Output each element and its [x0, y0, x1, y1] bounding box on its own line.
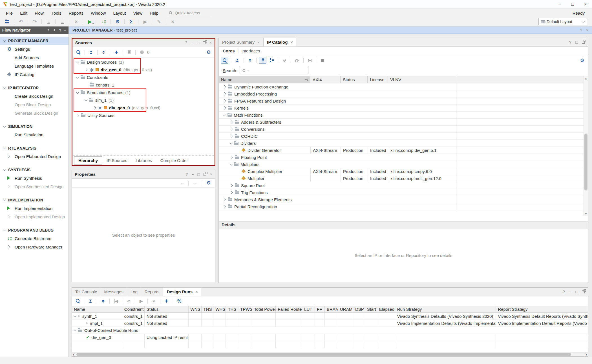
- percent-icon[interactable]: %: [176, 298, 183, 305]
- catalog-row-embedded-processing[interactable]: Embedded Processing: [219, 90, 588, 97]
- expander-closed-icon[interactable]: [229, 156, 233, 159]
- close-icon[interactable]: ×: [586, 28, 589, 32]
- cancel-icon[interactable]: ×: [169, 18, 176, 25]
- tab-messages[interactable]: Messages: [101, 287, 127, 296]
- maximize-panel-icon[interactable]: □: [575, 289, 578, 294]
- back-arrow-icon[interactable]: ←: [180, 180, 185, 186]
- menu-flow[interactable]: Flow: [31, 9, 47, 17]
- add-sources-icon[interactable]: +: [113, 49, 120, 56]
- menu-help[interactable]: Help: [146, 9, 162, 17]
- horizontal-scrollbar[interactable]: ❬ ❭: [72, 352, 588, 356]
- sidebar-item-open-hardware-manager[interactable]: Open Hardware Manager: [0, 243, 69, 251]
- help-icon[interactable]: ?: [569, 40, 571, 45]
- column-header-start[interactable]: Start: [365, 306, 377, 312]
- expander-open-icon[interactable]: [84, 98, 87, 101]
- forward-arrow-icon[interactable]: →: [192, 180, 197, 186]
- expand-all-icon[interactable]: [100, 298, 107, 305]
- close-tab-icon[interactable]: ×: [257, 40, 260, 45]
- run-row-out-of-context-module-runs[interactable]: Out-of-Context Module Runs: [72, 327, 588, 334]
- column-header-failed-routes[interactable]: Failed Routes: [276, 306, 302, 312]
- scroll-down-icon[interactable]: ▼: [584, 212, 588, 215]
- close-tab-icon[interactable]: ×: [290, 40, 293, 45]
- scrollbar-thumb[interactable]: [584, 134, 587, 190]
- column-header-tns[interactable]: TNS: [202, 306, 214, 312]
- scroll-up-icon[interactable]: ▲: [584, 77, 588, 80]
- tab-project-summary[interactable]: Project Summary×: [219, 38, 263, 46]
- column-header-uram[interactable]: URAM: [338, 306, 353, 312]
- catalog-row-dynamic-function-exchange[interactable]: Dynamic Function eXchange: [219, 83, 588, 90]
- expand-all-icon[interactable]: [54, 29, 56, 31]
- expander-closed-icon[interactable]: [223, 99, 226, 102]
- catalog-row-memories-storage-elements[interactable]: Memories & Storage Elements: [219, 196, 588, 203]
- help-icon[interactable]: ?: [580, 28, 582, 32]
- settings-gear-icon[interactable]: ⚙: [578, 57, 586, 64]
- collapse-all-icon[interactable]: [47, 29, 49, 31]
- column-header-status[interactable]: Status: [145, 306, 189, 312]
- report-sigma-icon[interactable]: Σ: [128, 18, 135, 25]
- catalog-row-math-functions[interactable]: Math Functions: [219, 112, 588, 119]
- expander-closed-icon[interactable]: [223, 106, 226, 109]
- float-panel-icon[interactable]: [582, 290, 585, 293]
- expander-closed-icon[interactable]: [223, 198, 226, 201]
- open-folder-icon[interactable]: [3, 18, 11, 25]
- help-icon[interactable]: ?: [185, 172, 188, 177]
- menu-view[interactable]: View: [129, 9, 146, 17]
- column-header-axi4[interactable]: AXI4: [310, 76, 341, 83]
- minimize-panel-icon[interactable]: −: [569, 289, 571, 294]
- paste-icon[interactable]: [59, 18, 66, 25]
- sidebar-item-ip-catalog[interactable]: IP Catalog: [0, 70, 69, 79]
- column-header-elapsed[interactable]: Elapsed: [377, 306, 395, 312]
- sidebar-item-open-elaborated-design[interactable]: Open Elaborated Design: [0, 152, 69, 161]
- column-header-constraints[interactable]: Constraints: [122, 306, 145, 312]
- column-header-bram[interactable]: BRAM: [325, 306, 338, 312]
- maximize-panel-icon[interactable]: □: [197, 41, 199, 45]
- menu-window[interactable]: Window: [87, 9, 109, 17]
- tab-libraries[interactable]: Libraries: [132, 157, 156, 164]
- catalog-row-kernels[interactable]: Kernels: [219, 105, 588, 112]
- tab-hierarchy[interactable]: Hierarchy: [74, 156, 102, 165]
- expander-open-icon[interactable]: [76, 75, 79, 78]
- menu-file[interactable]: File: [2, 9, 16, 17]
- minimize-panel-icon[interactable]: −: [191, 172, 194, 177]
- sidebar-section-project-manager[interactable]: PROJECT MANAGER: [0, 37, 69, 45]
- stop-run-icon[interactable]: ▶∕: [142, 18, 149, 25]
- catalog-row-adders-subtracters[interactable]: Adders & Subtracters: [219, 119, 588, 126]
- scroll-right-icon[interactable]: ❭: [584, 352, 588, 356]
- tab-tcl-console[interactable]: Tcl Console: [72, 287, 101, 296]
- generate-bitstream-icon[interactable]: ↓0110: [100, 18, 107, 25]
- sidebar-item-run-synthesis[interactable]: Run Synthesis: [0, 174, 69, 182]
- expander-closed-icon[interactable]: [229, 191, 233, 194]
- column-header-ff[interactable]: FF: [315, 306, 325, 312]
- catalog-row-complex-multiplier[interactable]: Complex MultiplierAXI4-StreamProductionI…: [219, 168, 588, 175]
- sidebar-section-implementation[interactable]: IMPLEMENTATION: [0, 196, 69, 204]
- catalog-row-partial-reconfiguration[interactable]: Partial Reconfiguration: [219, 203, 588, 210]
- tab-design-runs[interactable]: Design Runs×: [163, 287, 201, 296]
- catalog-row-trig-functions[interactable]: Trig Functions: [219, 189, 588, 196]
- sidebar-item-language-templates[interactable]: Language Templates: [0, 62, 69, 70]
- column-header-ths[interactable]: THS: [226, 306, 238, 312]
- column-header-total-power[interactable]: Total Power: [252, 306, 276, 312]
- sidebar-section-program-and-debug[interactable]: PROGRAM AND DEBUG: [0, 226, 69, 234]
- step-back-icon[interactable]: «: [125, 298, 132, 305]
- delete-icon[interactable]: ×: [72, 18, 80, 25]
- search-icon[interactable]: [74, 298, 81, 305]
- menu-layout[interactable]: Layout: [109, 9, 129, 17]
- settings-icon[interactable]: ⚙: [114, 18, 121, 25]
- expand-all-icon[interactable]: [246, 57, 254, 64]
- expander-closed-icon[interactable]: [93, 106, 96, 109]
- expander-closed-icon[interactable]: [229, 120, 233, 123]
- sidebar-section-synthesis[interactable]: SYNTHESIS: [0, 166, 69, 174]
- tab-compile-order[interactable]: Compile Order: [156, 157, 192, 164]
- expand-all-icon[interactable]: [100, 49, 107, 56]
- menu-tools[interactable]: Tools: [47, 9, 65, 17]
- sidebar-item-run-implementation[interactable]: Run Implementation: [0, 204, 69, 212]
- tab-reports[interactable]: Reports: [141, 287, 163, 296]
- step-forward-icon[interactable]: »: [150, 298, 158, 305]
- column-header-report-strategy[interactable]: Report Strategy: [496, 306, 588, 312]
- undo-icon[interactable]: ↶: [17, 18, 25, 25]
- column-header-run-strategy[interactable]: Run Strategy: [395, 306, 496, 312]
- column-header-tpws[interactable]: TPWS: [238, 306, 252, 312]
- maximize-icon[interactable]: □: [566, 0, 579, 8]
- source-tree-item-constraints[interactable]: Constraints: [72, 74, 215, 81]
- expander-open-icon[interactable]: [76, 60, 79, 63]
